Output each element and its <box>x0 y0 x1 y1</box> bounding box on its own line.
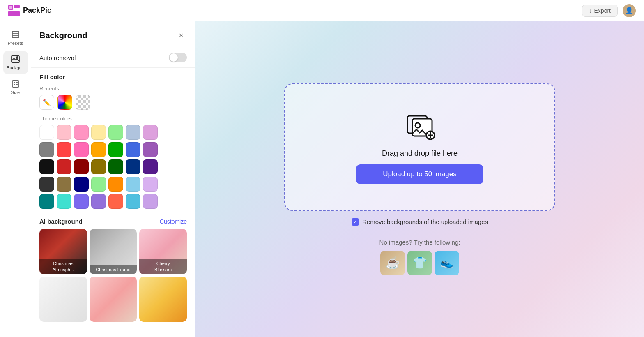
color-cell-19[interactable] <box>126 159 140 174</box>
color-cell-5[interactable] <box>126 125 140 140</box>
sample-image-coffee[interactable]: ☕ <box>380 251 405 275</box>
color-cell-4[interactable] <box>108 125 123 140</box>
color-cell-22[interactable] <box>57 177 71 192</box>
checkbox-row: ✓ Remove backgrounds of the uploaded ima… <box>352 218 488 226</box>
panel-header: Background × <box>31 21 195 48</box>
avatar[interactable]: 👤 <box>623 4 636 17</box>
color-cell-25[interactable] <box>108 177 123 192</box>
ai-item-row2-3[interactable] <box>139 277 187 322</box>
export-icon: ↓ <box>589 7 592 14</box>
auto-removal-row: Auto removal <box>31 48 195 68</box>
color-cell-15[interactable] <box>57 159 71 174</box>
remove-bg-label: Remove backgrounds of the uploaded image… <box>362 218 488 225</box>
color-cell-9[interactable] <box>74 142 89 157</box>
layers-icon <box>11 30 20 39</box>
color-cell-12[interactable] <box>126 142 140 157</box>
export-button[interactable]: ↓ Export <box>582 5 618 17</box>
svg-rect-2 <box>8 11 20 16</box>
ai-item-row2-2[interactable] <box>90 277 137 322</box>
color-grid <box>31 125 195 214</box>
theme-colors-label: Theme colors <box>31 114 195 125</box>
main-container: Presets Backgr... Size Background × Auto <box>0 21 644 337</box>
color-cell-8[interactable] <box>57 142 71 157</box>
color-cell-16[interactable] <box>74 159 89 174</box>
drop-zone-icon <box>403 110 436 143</box>
svg-rect-9 <box>12 81 19 87</box>
color-cell-31[interactable] <box>91 194 106 209</box>
canvas-area: Drag and drop file here Upload up to 50 … <box>196 21 644 337</box>
color-cell-33[interactable] <box>126 194 140 209</box>
ai-grid: ChristmasAtmosph... Christmas Frame Cher… <box>31 229 195 327</box>
color-cell-28[interactable] <box>39 194 54 209</box>
drop-zone[interactable]: Drag and drop file here Upload up to 50 … <box>284 83 555 211</box>
presets-label: Presets <box>8 41 23 46</box>
color-cell-13[interactable] <box>143 142 158 157</box>
background-label: Backgr... <box>7 65 24 70</box>
ai-item-cherry-blossom[interactable]: CherryBlossom <box>139 229 187 274</box>
logo-text: PackPic <box>23 6 51 15</box>
panel-title: Background <box>39 31 87 40</box>
ai-bg-label: AI background <box>39 218 83 225</box>
logo: PackPic <box>8 5 51 16</box>
background-icon <box>11 55 20 64</box>
size-label: Size <box>11 90 20 95</box>
pen-tool-swatch[interactable]: ✏️ <box>39 95 54 110</box>
ai-item-christmas-atmo[interactable]: ChristmasAtmosph... <box>39 229 87 274</box>
logo-icon <box>8 5 20 16</box>
color-cell-3[interactable] <box>91 125 106 140</box>
sample-images: ☕ 👕 👟 <box>380 251 459 275</box>
gradient-swatch[interactable] <box>58 95 72 110</box>
sample-image-shirt[interactable]: 👕 <box>407 251 432 275</box>
color-cell-14[interactable] <box>39 159 54 174</box>
close-button[interactable]: × <box>175 30 187 41</box>
color-cell-21[interactable] <box>39 177 54 192</box>
svg-point-8 <box>16 57 18 58</box>
svg-rect-3 <box>9 6 12 9</box>
ai-item-label-cherry-blossom: CherryBlossom <box>139 259 187 274</box>
color-cell-20[interactable] <box>143 159 158 174</box>
color-cell-26[interactable] <box>126 177 140 192</box>
color-cell-23[interactable] <box>74 177 89 192</box>
sidebar-item-size[interactable]: Size <box>3 76 28 99</box>
remove-bg-checkbox[interactable]: ✓ <box>352 218 359 226</box>
color-cell-1[interactable] <box>57 125 71 140</box>
size-icon <box>11 79 20 88</box>
recents-label: Recents <box>31 84 195 95</box>
color-cell-30[interactable] <box>74 194 89 209</box>
ai-item-label-christmas-frame: Christmas Frame <box>90 265 137 274</box>
svg-rect-1 <box>14 5 20 8</box>
transparent-swatch[interactable] <box>76 95 90 110</box>
sidebar-item-presets[interactable]: Presets <box>3 26 28 49</box>
color-cell-27[interactable] <box>143 177 158 192</box>
customize-link[interactable]: Customize <box>160 218 187 225</box>
color-cell-29[interactable] <box>57 194 71 209</box>
no-images-text: No images? Try the following: <box>380 239 460 246</box>
ai-bg-header: AI background Customize <box>31 214 195 229</box>
color-cell-0[interactable] <box>39 125 54 140</box>
ai-item-label-christmas-atmo: ChristmasAtmosph... <box>39 259 87 274</box>
color-cell-34[interactable] <box>143 194 158 209</box>
color-cell-32[interactable] <box>108 194 123 209</box>
ai-item-christmas-frame[interactable]: Christmas Frame <box>90 229 137 274</box>
panel: Background × Auto removal Fill color Rec… <box>31 21 196 337</box>
sample-image-shoe[interactable]: 👟 <box>435 251 459 275</box>
fill-color-header: Fill color <box>31 68 195 84</box>
export-label: Export <box>594 7 611 14</box>
color-cell-2[interactable] <box>74 125 89 140</box>
upload-button[interactable]: Upload up to 50 images <box>356 164 483 184</box>
auto-removal-label: Auto removal <box>39 54 76 61</box>
color-cell-7[interactable] <box>39 142 54 157</box>
recents-row: ✏️ <box>31 95 195 114</box>
header-right: ↓ Export 👤 <box>582 4 636 17</box>
auto-removal-toggle[interactable] <box>169 53 187 62</box>
color-cell-24[interactable] <box>91 177 106 192</box>
ai-item-row2-1[interactable] <box>39 277 87 322</box>
header: PackPic ↓ Export 👤 <box>0 0 644 21</box>
color-cell-6[interactable] <box>143 125 158 140</box>
color-cell-11[interactable] <box>108 142 123 157</box>
color-cell-17[interactable] <box>91 159 106 174</box>
color-cell-18[interactable] <box>108 159 123 174</box>
sidebar-item-background[interactable]: Backgr... <box>3 51 28 74</box>
color-cell-10[interactable] <box>91 142 106 157</box>
svg-rect-4 <box>12 31 19 38</box>
